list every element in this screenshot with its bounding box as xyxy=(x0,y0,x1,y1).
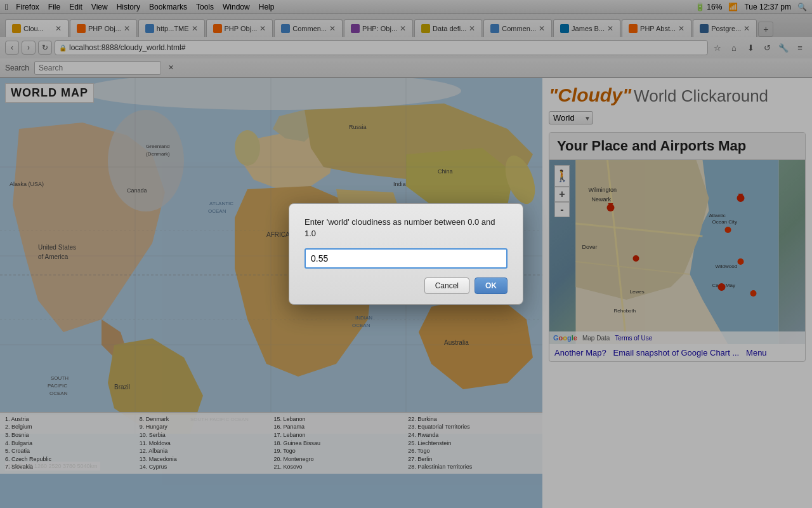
dialog-buttons: Cancel OK xyxy=(304,277,508,294)
dialog-ok-button[interactable]: OK xyxy=(475,277,508,294)
dialog-message: Enter 'world' cloudiness as number betwe… xyxy=(304,217,508,239)
dialog-overlay: Enter 'world' cloudiness as number betwe… xyxy=(0,0,812,508)
dialog: Enter 'world' cloudiness as number betwe… xyxy=(289,203,523,305)
dialog-cancel-button[interactable]: Cancel xyxy=(424,277,469,294)
dialog-input[interactable] xyxy=(304,248,508,269)
